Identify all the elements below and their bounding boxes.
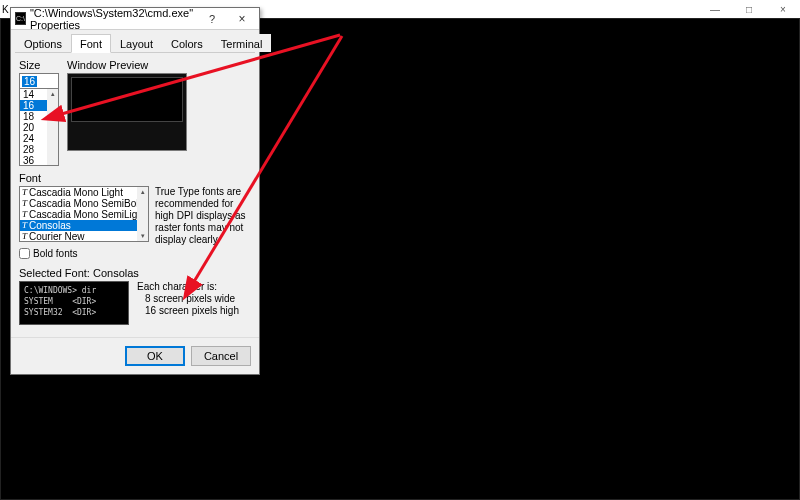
dialog-help-button[interactable]: ?	[197, 8, 227, 30]
tab-options[interactable]: Options	[15, 34, 71, 52]
font-list[interactable]: TCascadia Mono Light TCascadia Mono Semi…	[19, 186, 149, 242]
font-option[interactable]: TConsolas	[20, 220, 148, 231]
size-scrollbar[interactable]: ▴	[47, 89, 58, 165]
dialog-buttons: OK Cancel	[11, 337, 259, 374]
tab-bar: Options Font Layout Colors Terminal	[15, 34, 255, 53]
font-sample-box: C:\WINDOWS> dir SYSTEM <DIR> SYSTEM32 <D…	[19, 281, 129, 325]
ok-button[interactable]: OK	[125, 346, 185, 366]
scroll-up-icon[interactable]: ▴	[137, 187, 148, 197]
font-option[interactable]: TCourier New	[20, 231, 148, 242]
selected-font-label: Selected Font: Consolas	[19, 267, 251, 279]
scroll-down-icon[interactable]: ▾	[137, 231, 148, 241]
truetype-icon: T	[22, 198, 27, 209]
size-combo[interactable]: 16	[19, 73, 59, 89]
window-preview-inner	[71, 77, 183, 122]
close-button[interactable]: ×	[766, 0, 800, 18]
char-info-header: Each character is:	[137, 281, 239, 293]
minimize-button[interactable]: —	[698, 0, 732, 18]
bold-fonts-checkbox[interactable]	[19, 248, 30, 259]
truetype-icon: T	[22, 220, 27, 231]
tab-terminal[interactable]: Terminal	[212, 34, 272, 52]
dialog-title: "C:\Windows\System32\cmd.exe" Properties	[30, 7, 197, 31]
cmd-icon: C:\	[15, 12, 26, 25]
tab-colors[interactable]: Colors	[162, 34, 212, 52]
size-list[interactable]: 14 16 18 20 24 28 36 ▴	[19, 88, 59, 166]
font-label: Font	[19, 172, 251, 184]
font-group: Font TCascadia Mono Light TCascadia Mono…	[19, 172, 251, 259]
dialog-close-button[interactable]: ×	[227, 8, 257, 30]
scroll-up-icon[interactable]: ▴	[47, 89, 58, 99]
size-current-value: 16	[22, 76, 37, 87]
preview-group: Window Preview	[67, 59, 251, 166]
selected-font-group: Selected Font: Consolas C:\WINDOWS> dir …	[19, 267, 251, 325]
bold-fonts-label: Bold fonts	[33, 248, 77, 259]
font-description: True Type fonts are recommended for high…	[155, 186, 251, 246]
truetype-icon: T	[22, 187, 27, 198]
size-label: Size	[19, 59, 59, 71]
truetype-icon: T	[22, 209, 27, 220]
properties-dialog: C:\ "C:\Windows\System32\cmd.exe" Proper…	[10, 7, 260, 375]
tab-layout[interactable]: Layout	[111, 34, 162, 52]
maximize-button[interactable]: □	[732, 0, 766, 18]
window-preview	[67, 73, 187, 151]
font-scrollbar[interactable]: ▴ ▾	[137, 187, 148, 241]
size-group: Size 16 14 16 18 20 24 28 36 ▴	[19, 59, 59, 166]
char-width: 8 screen pixels wide	[137, 293, 239, 305]
truetype-icon: T	[22, 231, 27, 242]
cancel-button[interactable]: Cancel	[191, 346, 251, 366]
preview-label: Window Preview	[67, 59, 251, 71]
font-option[interactable]: TCascadia Mono Light	[20, 187, 148, 198]
char-info: Each character is: 8 screen pixels wide …	[137, 281, 239, 325]
char-height: 16 screen pixels high	[137, 305, 239, 317]
host-window-controls: — □ ×	[698, 0, 800, 18]
dialog-titlebar[interactable]: C:\ "C:\Windows\System32\cmd.exe" Proper…	[11, 8, 259, 30]
host-title-marker: K	[2, 4, 9, 15]
font-option[interactable]: TCascadia Mono SemiBold	[20, 198, 148, 209]
tab-font[interactable]: Font	[71, 34, 111, 53]
font-option[interactable]: TCascadia Mono SemiLight	[20, 209, 148, 220]
bold-fonts-row[interactable]: Bold fonts	[19, 248, 251, 259]
tab-body-font: Size 16 14 16 18 20 24 28 36 ▴	[11, 53, 259, 333]
